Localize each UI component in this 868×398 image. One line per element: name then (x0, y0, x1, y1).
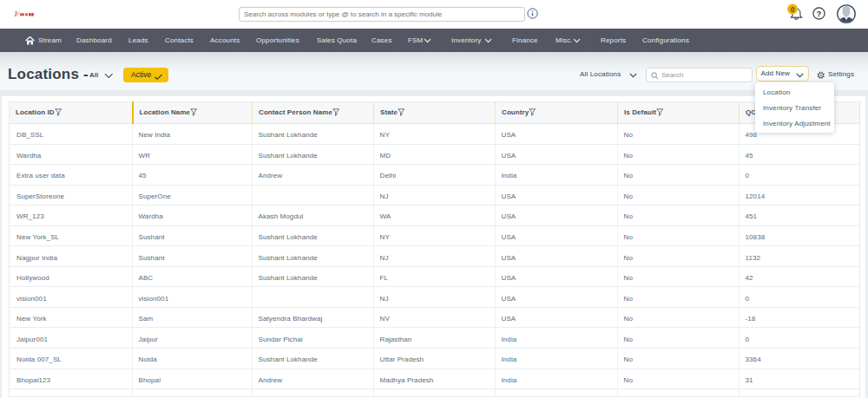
svg-text:0: 0 (791, 5, 795, 14)
svg-text:?: ? (817, 9, 822, 18)
